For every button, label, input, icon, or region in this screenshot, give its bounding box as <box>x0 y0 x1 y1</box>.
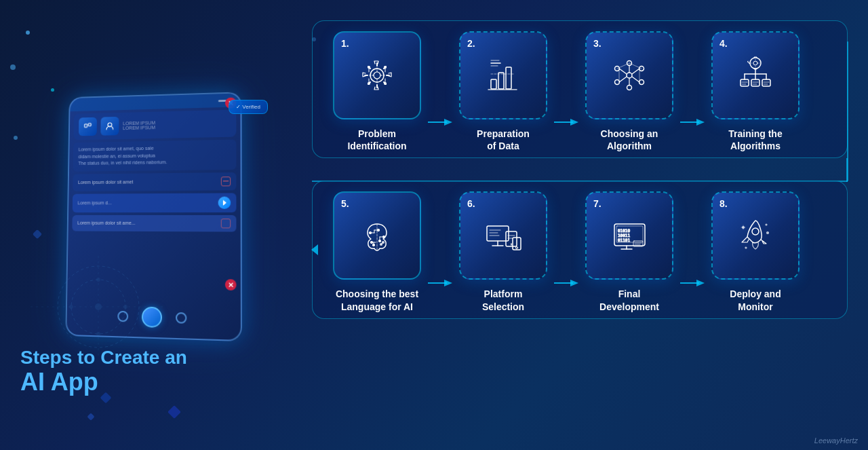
svg-point-24 <box>384 82 386 84</box>
svg-rect-66 <box>762 79 770 86</box>
step-3-box: 3. <box>585 31 673 119</box>
step-5-icon <box>353 212 401 259</box>
step-6-icon <box>479 212 527 259</box>
step-8-icon <box>732 212 779 259</box>
step-2-number: 2. <box>467 38 475 49</box>
svg-point-86 <box>370 241 372 243</box>
steps-row-2: 5. <box>312 181 848 318</box>
svg-text:10011: 10011 <box>618 233 630 238</box>
step-2-icon <box>479 52 527 99</box>
svg-point-73 <box>753 61 757 65</box>
svg-point-25 <box>368 82 370 84</box>
svg-point-82 <box>382 236 384 238</box>
svg-point-11 <box>96 332 100 336</box>
svg-line-45 <box>619 69 627 74</box>
step-4-card: 4. <box>701 31 810 152</box>
svg-point-7 <box>95 303 102 310</box>
step-8-number: 8. <box>719 198 728 209</box>
right-panel: 1. <box>298 0 868 450</box>
svg-text:01101: 01101 <box>618 238 630 242</box>
svg-point-122 <box>745 247 747 248</box>
step-7-icon: 01010 10011 01101 <box>606 212 653 259</box>
steps-wrapper: 1. <box>312 20 848 319</box>
step-1-number: 1. <box>341 38 349 49</box>
svg-line-53 <box>617 63 629 69</box>
svg-line-54 <box>629 63 642 69</box>
svg-point-38 <box>627 73 632 78</box>
svg-point-9 <box>69 305 73 309</box>
step-8-box: 8. <box>711 191 800 280</box>
svg-point-83 <box>378 240 380 242</box>
svg-line-47 <box>632 69 639 74</box>
svg-point-22 <box>384 66 386 68</box>
step-3-number: 3. <box>593 38 601 49</box>
svg-rect-0 <box>85 124 87 127</box>
svg-point-78 <box>369 231 371 233</box>
watermark: LeewayHertz <box>814 436 858 445</box>
svg-point-79 <box>377 229 379 231</box>
svg-point-123 <box>766 224 767 225</box>
title-line2: AI App <box>20 369 187 396</box>
step-1-label: ProblemIdentification <box>347 128 406 152</box>
step-1-box: 1. <box>333 31 421 119</box>
step-6-label: PlatformSelection <box>482 288 524 312</box>
step-1-card: 1. <box>323 31 431 152</box>
svg-rect-30 <box>506 67 511 89</box>
svg-point-13 <box>374 72 380 79</box>
svg-rect-64 <box>741 79 749 86</box>
svg-text:01010: 01010 <box>618 228 630 233</box>
svg-point-87 <box>372 244 374 246</box>
step-6-box: 6. <box>459 191 547 280</box>
step-7-number: 7. <box>593 198 601 209</box>
step-8-card: 8. <box>701 191 810 312</box>
step-1-icon <box>353 52 401 99</box>
svg-rect-29 <box>498 73 504 89</box>
step-6-number: 6. <box>467 198 475 209</box>
svg-rect-28 <box>491 79 496 89</box>
step-5-box: 5. <box>333 191 421 280</box>
step-2-label: Preparationof Data <box>477 128 530 152</box>
svg-rect-65 <box>751 79 760 86</box>
step-5-card: 5. <box>323 191 431 312</box>
step-7-label: FinalDevelopment <box>599 288 659 312</box>
step-5-label: Choosing the bestLanguage for AI <box>336 288 418 312</box>
svg-point-23 <box>368 66 370 68</box>
svg-point-119 <box>752 228 759 235</box>
step-3-card: 3. <box>575 31 684 152</box>
step-3-label: Choosing anAlgorithm <box>601 128 658 152</box>
step-8-label: Deploy andMonitor <box>730 288 781 312</box>
step-4-number: 4. <box>719 38 728 49</box>
step-7-card: 7. 01010 10011 01101 <box>575 191 684 312</box>
title-line1: Steps to Create an <box>20 346 187 369</box>
step-6-card: 6. <box>449 191 557 312</box>
svg-point-10 <box>96 278 100 282</box>
step-7-box: 7. 01010 10011 01101 <box>585 191 673 280</box>
step-4-box: 4. <box>711 31 800 119</box>
svg-rect-93 <box>487 226 509 241</box>
svg-rect-1 <box>88 123 91 126</box>
svg-line-48 <box>632 77 639 82</box>
svg-point-8 <box>123 305 127 309</box>
title-section: Steps to Create an AI App <box>20 346 187 396</box>
step-5-number: 5. <box>341 198 349 209</box>
svg-point-121 <box>766 231 768 233</box>
step-2-box: 2. <box>459 31 547 119</box>
step-2-card: 2. <box>449 31 557 152</box>
svg-point-102 <box>515 246 517 248</box>
svg-line-46 <box>619 77 627 82</box>
step-4-icon <box>732 52 779 99</box>
step-3-icon <box>606 52 653 99</box>
steps-row-1: 1. <box>312 20 848 158</box>
left-panel: LOREM IPSUM LOREM IPSUM Lorem ipsum dolo… <box>0 0 305 450</box>
step-4-label: Training theAlgorithms <box>728 128 782 152</box>
phone-mockup-container: LOREM IPSUM LOREM IPSUM Lorem ipsum dolo… <box>44 86 261 344</box>
